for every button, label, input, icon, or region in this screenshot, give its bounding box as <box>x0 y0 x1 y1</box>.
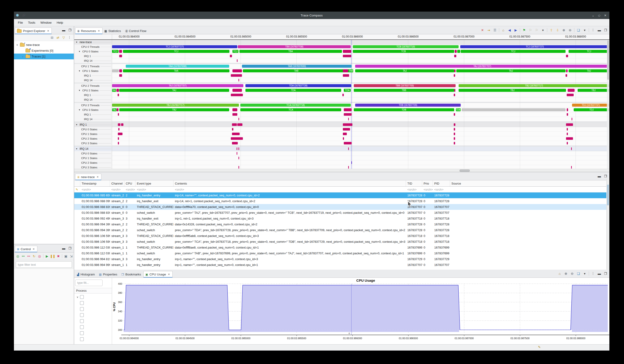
filter-input-contents[interactable]: <srch> <box>174 188 406 191</box>
timeline-row-cpu-0-states[interactable]: CPU 0 States <box>74 127 609 132</box>
state-segment[interactable] <box>455 50 457 53</box>
state-segment[interactable]: TCJ <box>461 50 566 53</box>
column-header-contents[interactable]: Contents <box>174 180 406 186</box>
next-marker-icon[interactable]: ⚐ <box>534 27 540 33</box>
process-checkbox[interactable] <box>80 319 84 323</box>
tab-new-trace[interactable]: ≣ new-trace ✕ <box>75 174 101 180</box>
timeline-row-track[interactable]: TBJ (167837717)TCA (167837718)TDB (16783… <box>112 103 609 108</box>
event-row[interactable]: 01:00:03.986 094 399stream_22sched_switc… <box>74 227 609 233</box>
pin-dropdown-icon[interactable]: ▾ <box>582 27 588 33</box>
state-segment[interactable] <box>457 50 460 53</box>
pin-view-icon[interactable]: ❏ <box>575 27 581 33</box>
state-segment[interactable]: TCJ (167837727) <box>460 45 609 48</box>
timeline-row-track[interactable]: TBJTBJTCATDBTDBTDJ <box>112 108 609 112</box>
close-icon[interactable]: ✕ <box>97 175 99 178</box>
remove-bookmark-icon[interactable]: ✕ <box>479 27 485 33</box>
state-segment[interactable]: TDJ (167837737) <box>572 104 609 107</box>
tab-histogram[interactable]: ▟Histogram <box>75 271 97 278</box>
minimize-window-icon[interactable]: ⌄ <box>592 14 594 17</box>
timeline-row-cpu-1-states[interactable]: CPU 1 States <box>74 156 609 160</box>
filter-input-pid[interactable]: <srch> <box>433 188 450 191</box>
delete-connection-icon[interactable]: ◎ <box>37 254 42 259</box>
state-segment[interactable] <box>233 69 242 72</box>
collapse-arrow-icon[interactable]: ▼ <box>78 50 81 53</box>
connect-icon[interactable]: ⚯ <box>21 254 26 259</box>
timeline-row-cpu-3-threads[interactable]: CPU 3 ThreadsTBJ (167837717)TCA (1678377… <box>74 102 609 108</box>
timeline-row-track[interactable] <box>112 97 609 102</box>
state-segment[interactable]: TAA (167837698) <box>126 65 229 68</box>
column-header-prio[interactable]: Prio <box>422 180 433 186</box>
event-row[interactable]: 01:00:03.986 112 039stream_11sched_switc… <box>74 250 609 256</box>
close-icon[interactable]: ✕ <box>98 29 100 32</box>
state-segment[interactable] <box>343 69 348 72</box>
state-segment[interactable] <box>117 108 119 111</box>
state-segment[interactable]: TBJ <box>459 89 566 92</box>
process-row[interactable] <box>74 330 112 336</box>
menu-tools[interactable]: Tools <box>26 20 38 25</box>
state-segment[interactable]: TCJ (167837727) <box>112 45 237 48</box>
timeline-row-track[interactable] <box>112 136 609 141</box>
import-icon[interactable]: ⇲ <box>69 254 74 259</box>
up-icon[interactable]: ⇧ <box>548 27 554 33</box>
collapse-all-icon[interactable]: ⊟ <box>49 35 55 40</box>
state-segment[interactable] <box>567 108 568 111</box>
state-segment[interactable]: TCJ <box>233 50 238 53</box>
tree-expand-icon[interactable]: ∨ <box>16 43 19 46</box>
minimize-icon[interactable]: ▬ <box>597 271 602 276</box>
timeline-row-track[interactable] <box>112 141 609 146</box>
event-row[interactable]: 01:00:03.986 094 399stream_22THREAD_STAC… <box>74 221 609 227</box>
column-header-pid[interactable]: PID <box>433 180 450 186</box>
timeline-row-track[interactable]: TCJ (167837727)TBA (167837708)TCB (16783… <box>112 45 609 49</box>
next-event-icon[interactable]: ▶ <box>513 27 519 33</box>
state-segment[interactable] <box>344 108 352 111</box>
state-segment[interactable]: TCA (167837718) <box>240 104 351 107</box>
timeline-row-track[interactable]: TAA (167837698)TAB (167837699)TAJ (16783… <box>112 64 609 69</box>
timeline-row-track[interactable] <box>112 40 609 45</box>
maximize-icon[interactable]: ❐ <box>67 246 73 251</box>
process-row[interactable] <box>74 336 112 342</box>
collapse-arrow-icon[interactable]: ▼ <box>78 89 81 92</box>
state-segment[interactable]: TAJ (167837707) <box>355 65 609 68</box>
minimize-icon[interactable]: ▬ <box>61 27 67 33</box>
show-legend-icon[interactable]: ☰ <box>492 27 498 33</box>
process-row[interactable] <box>74 300 112 306</box>
timeline-row-track[interactable] <box>112 93 609 97</box>
timeline-row-track[interactable]: TCJTCJTCJTBATCBTCJTCJ <box>112 49 609 54</box>
process-row[interactable] <box>74 306 112 312</box>
state-segment[interactable] <box>462 108 566 111</box>
tab-control[interactable]: ⊞ Control ✕ <box>15 246 37 252</box>
process-column-header[interactable]: Process <box>74 288 112 293</box>
state-segment[interactable]: TCJ <box>569 50 609 53</box>
state-segment[interactable]: TDA <box>245 89 341 92</box>
state-segment[interactable]: TDA <box>344 89 351 92</box>
events-vertical-scrollbar[interactable] <box>606 178 609 270</box>
restore-window-icon[interactable]: ◇ <box>598 14 600 17</box>
filter-input-prio[interactable]: <srch> <box>422 188 433 191</box>
timeline-row-track[interactable] <box>112 58 609 63</box>
state-segment[interactable] <box>233 89 242 92</box>
column-header-timestamp[interactable]: Timestamp <box>80 180 110 186</box>
timeline-row-cpu-3-states[interactable]: CPU 3 States <box>74 165 609 169</box>
markers-dropdown-icon[interactable]: ▾ <box>540 27 546 33</box>
timeline-row-cpu-0-states[interactable]: ▼CPU 0 StatesTCJTCJTCJTBATCBTCJTCJ <box>74 49 609 54</box>
state-segment[interactable]: TBA (167837708) <box>238 45 351 48</box>
view-menu-icon[interactable]: ⁞ <box>590 271 596 276</box>
timeline-row-track[interactable] <box>112 117 609 121</box>
timeline-row-cpu-1-states[interactable]: CPU 1 States <box>74 132 609 136</box>
state-segment[interactable] <box>566 69 567 72</box>
timeline-row-irq-14[interactable]: IRQ 14 <box>74 97 609 102</box>
timeline-row-track[interactable] <box>112 122 609 127</box>
state-segment[interactable]: TDJ <box>574 108 609 111</box>
add-bookmark-icon[interactable]: ⚑ <box>521 27 527 33</box>
process-row[interactable] <box>74 324 112 330</box>
state-segment[interactable] <box>112 69 119 72</box>
zoom-out-icon[interactable]: ⊖ <box>567 27 573 33</box>
state-segment[interactable]: TAJ <box>355 69 454 72</box>
filter-input-timestamp[interactable]: <srch> <box>80 188 110 191</box>
start-trace-icon[interactable]: ▶ <box>45 254 50 259</box>
minimize-icon[interactable]: ▬ <box>61 246 67 251</box>
timeline-row-cpu-1-states[interactable]: ▼CPU 1 StatesTAATABTABTAJTAJTAJ <box>74 69 609 73</box>
timeline-row-track[interactable] <box>112 132 609 136</box>
timeline-row-new-trace[interactable]: ▼new-trace <box>74 40 609 45</box>
timeline-row-track[interactable] <box>112 146 609 151</box>
